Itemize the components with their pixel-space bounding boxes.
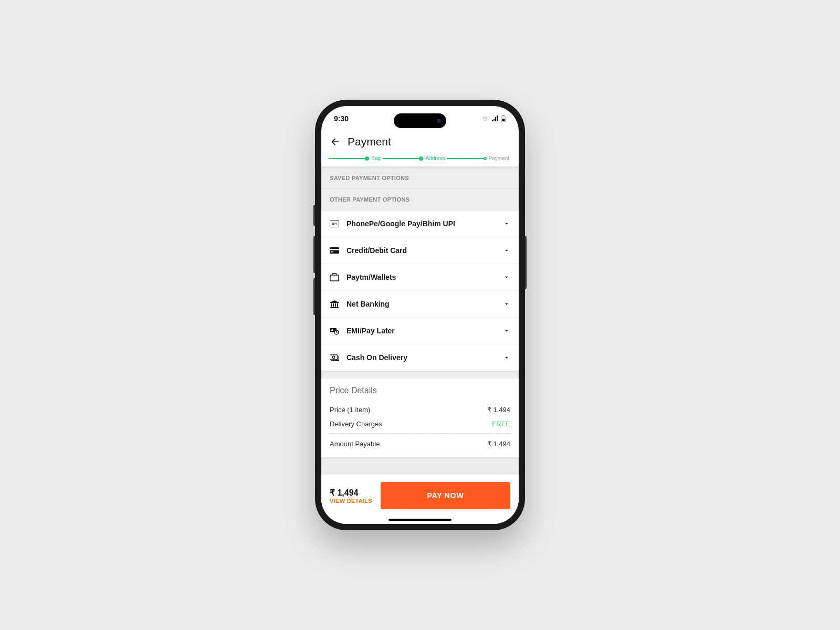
home-indicator[interactable]: [388, 519, 452, 521]
footer-amount: ₹ 1,494: [330, 488, 372, 498]
option-cod-label: Cash On Delivery: [346, 353, 496, 362]
price-item-label: Price (1 item): [330, 406, 370, 414]
option-upi[interactable]: UPI PhonePe/Google Pay/Bhim UPI: [321, 211, 519, 237]
view-details-link[interactable]: VIEW DETAILS: [330, 498, 372, 504]
step-dot-payment: [484, 157, 487, 160]
option-wallet-label: Paytm/Wallets: [346, 273, 496, 281]
page-header: Payment: [321, 131, 519, 155]
svg-text:UPI: UPI: [332, 222, 337, 225]
status-icons: [481, 115, 506, 122]
price-item-value: ₹ 1,494: [487, 406, 510, 414]
step-label-address: Address: [425, 155, 445, 161]
option-emi-label: EMI/Pay Later: [346, 327, 496, 335]
svg-rect-17: [330, 355, 338, 360]
option-netbanking-label: Net Banking: [346, 300, 496, 308]
option-wallet[interactable]: Paytm/Wallets: [321, 264, 519, 291]
cash-icon: [330, 353, 339, 362]
option-card-label: Credit/Debit Card: [346, 246, 496, 255]
svg-rect-2: [502, 119, 505, 121]
status-time: 9:30: [334, 114, 349, 123]
bank-icon: [330, 299, 339, 309]
battery-icon: [501, 115, 506, 122]
screen: 9:30 Payment Bag Address Payment: [321, 106, 519, 524]
svg-rect-5: [330, 247, 339, 254]
svg-rect-7: [331, 251, 333, 253]
step-dot-bag: [365, 156, 369, 161]
price-details-title: Price Details: [330, 386, 510, 395]
svg-rect-6: [330, 249, 339, 250]
payable-label: Amount Payable: [330, 440, 380, 448]
chevron-down-icon: [503, 300, 510, 308]
price-row-item: Price (1 item) ₹ 1,494: [330, 403, 510, 417]
svg-point-15: [331, 329, 333, 331]
checkout-stepper: Bag Address Payment: [321, 155, 519, 166]
back-button[interactable]: [330, 136, 340, 147]
option-emi[interactable]: EMI/Pay Later: [321, 318, 519, 344]
chevron-down-icon: [503, 247, 510, 254]
dynamic-island: [394, 113, 446, 128]
chevron-down-icon: [503, 327, 510, 334]
svg-rect-11: [335, 303, 336, 307]
delivery-label: Delivery Charges: [330, 420, 382, 428]
option-netbanking[interactable]: Net Banking: [321, 291, 519, 318]
signal-icon: [491, 116, 499, 122]
option-upi-label: PhonePe/Google Pay/Bhim UPI: [346, 219, 496, 228]
card-icon: [330, 246, 339, 255]
upi-icon: UPI: [330, 219, 339, 228]
delivery-value: FREE: [492, 420, 510, 428]
wifi-icon: [481, 116, 489, 122]
option-card[interactable]: Credit/Debit Card: [321, 237, 519, 264]
step-dot-address: [419, 156, 423, 161]
price-details-card: Price Details Price (1 item) ₹ 1,494 Del…: [321, 379, 519, 457]
price-row-delivery: Delivery Charges FREE: [330, 417, 510, 434]
step-label-bag: Bag: [371, 155, 381, 161]
svg-rect-9: [331, 303, 332, 307]
svg-rect-8: [330, 275, 339, 281]
phone-frame: 9:30 Payment Bag Address Payment: [315, 100, 525, 530]
saved-options-header: SAVED PAYMENT OPTIONS: [321, 166, 519, 189]
svg-rect-13: [330, 307, 339, 308]
payable-value: ₹ 1,494: [487, 440, 510, 448]
step-label-payment: Payment: [489, 155, 509, 161]
emi-icon: [330, 326, 339, 335]
svg-rect-20: [339, 356, 339, 361]
chevron-down-icon: [503, 220, 510, 227]
svg-point-18: [332, 356, 335, 359]
price-row-payable: Amount Payable ₹ 1,494: [330, 437, 510, 451]
svg-rect-12: [337, 303, 338, 307]
content-scroll[interactable]: SAVED PAYMENT OPTIONS OTHER PAYMENT OPTI…: [321, 166, 519, 474]
option-cod[interactable]: Cash On Delivery: [321, 344, 519, 371]
arrow-left-icon: [330, 136, 340, 147]
svg-rect-19: [331, 360, 339, 361]
chevron-down-icon: [503, 354, 510, 361]
footer-bar: ₹ 1,494 VIEW DETAILS PAY NOW: [321, 474, 519, 524]
svg-rect-1: [502, 115, 505, 116]
pay-now-button[interactable]: PAY NOW: [381, 482, 510, 509]
other-options-header: OTHER PAYMENT OPTIONS: [321, 189, 519, 211]
svg-rect-10: [333, 303, 334, 307]
chevron-down-icon: [503, 274, 510, 281]
wallet-icon: [330, 272, 339, 282]
page-title: Payment: [348, 135, 391, 148]
